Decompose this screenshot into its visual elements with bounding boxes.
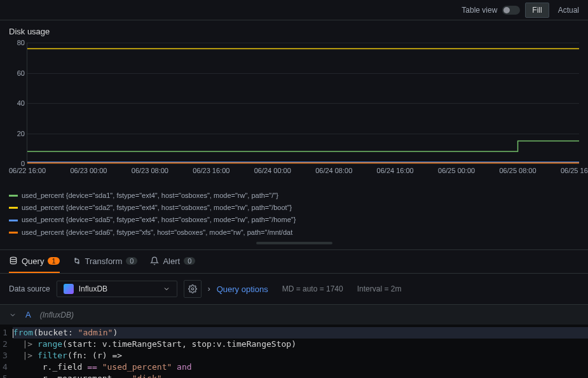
query-letter: A [25, 310, 31, 319]
x-tick: 06/25 16:00 [561, 167, 588, 174]
query-options-chevron[interactable]: › [208, 284, 210, 293]
svg-point-1 [191, 288, 194, 290]
datasource-row: Data source InfluxDB › Query options MD … [0, 274, 588, 305]
legend-item[interactable]: used_percent {device="sda1", fstype="ext… [9, 190, 278, 202]
editor-gutter: 123456 [0, 325, 13, 378]
tab-query[interactable]: Query 1 [9, 250, 60, 273]
x-tick: 06/25 08:00 [499, 167, 536, 174]
x-tick: 06/23 16:00 [193, 167, 229, 174]
transform-icon [72, 256, 81, 265]
datasource-select[interactable]: InfluxDB [57, 281, 177, 297]
tab-transform[interactable]: Transform 0 [72, 250, 138, 273]
legend-item[interactable]: used_percent {device="sda5", fstype="ext… [9, 214, 296, 226]
datasource-label: Data source [9, 284, 50, 293]
tab-alert-label: Alert [163, 256, 180, 266]
fill-button[interactable]: Fill [525, 3, 549, 18]
database-icon [9, 256, 18, 265]
y-tick: 60 [10, 69, 25, 77]
chart-plot[interactable]: 02040608006/22 16:0006/23 00:0006/23 08:… [27, 43, 579, 164]
x-tick: 06/22 16:00 [9, 167, 46, 174]
table-view-toggle[interactable] [502, 6, 520, 15]
svg-point-0 [10, 257, 16, 260]
line-number: 4 [3, 361, 8, 373]
query-options-link[interactable]: Query options [217, 284, 268, 294]
panel-topbar: Table view Fill Actual [0, 0, 588, 20]
legend-label: used_percent {device="sda1", fstype="ext… [22, 190, 278, 202]
query-options-interval: Interval = 2m [357, 284, 402, 293]
query-row-header[interactable]: A (InfluxDB) [0, 305, 588, 325]
editor-code[interactable]: from(bucket: "admin") |> range(start: v.… [13, 325, 588, 378]
chevron-down-icon [163, 285, 170, 293]
actual-button[interactable]: Actual [554, 3, 583, 17]
legend-item[interactable]: used_percent {device="sda2", fstype="ext… [9, 202, 292, 214]
legend-swatch-icon [9, 207, 18, 209]
x-tick: 06/23 00:00 [70, 167, 107, 174]
x-tick: 06/24 00:00 [254, 167, 291, 174]
x-tick: 06/23 08:00 [132, 167, 168, 174]
tab-transform-badge: 0 [126, 257, 137, 265]
y-tick: 80 [10, 39, 25, 46]
legend: used_percent {device="sda1", fstype="ext… [0, 185, 588, 249]
legend-swatch-icon [9, 195, 18, 197]
query-options-md: MD = auto = 1740 [282, 284, 343, 293]
datasource-settings-button[interactable] [184, 280, 202, 298]
influxdb-logo-icon [64, 284, 74, 294]
legend-item[interactable]: used_percent {device="sda6", fstype="xfs… [9, 227, 292, 239]
tab-alert[interactable]: Alert 0 [150, 250, 195, 273]
x-tick: 06/24 08:00 [315, 167, 352, 174]
panel-title: Disk usage [0, 20, 588, 39]
flux-editor[interactable]: 123456 from(bucket: "admin") |> range(st… [0, 325, 588, 378]
gear-icon [188, 284, 197, 293]
gridline [27, 164, 579, 164]
datasource-selected: InfluxDB [79, 284, 107, 293]
x-tick: 06/24 16:00 [377, 167, 414, 174]
tab-query-label: Query [22, 256, 44, 266]
editor-tabs: Query 1 Transform 0 Alert 0 [0, 249, 588, 274]
line-number: 2 [3, 339, 8, 350]
y-tick: 20 [10, 130, 25, 137]
chevron-down-icon[interactable] [9, 311, 17, 319]
y-tick: 40 [10, 99, 25, 107]
tab-transform-label: Transform [85, 256, 123, 266]
legend-label: used_percent {device="sda6", fstype="xfs… [22, 227, 292, 239]
table-view-label: Table view [462, 6, 497, 15]
line-number: 5 [3, 373, 8, 378]
chart-area: 02040608006/22 16:0006/23 00:0006/23 08:… [0, 39, 588, 185]
legend-swatch-icon [9, 232, 18, 234]
tab-alert-badge: 0 [184, 257, 195, 265]
x-tick: 06/25 00:00 [438, 167, 475, 174]
legend-scrollbar[interactable] [256, 242, 332, 244]
line-number: 3 [3, 350, 8, 361]
legend-label: used_percent {device="sda5", fstype="ext… [22, 214, 296, 226]
tab-query-badge: 1 [48, 257, 59, 265]
legend-swatch-icon [9, 220, 18, 221]
legend-label: used_percent {device="sda2", fstype="ext… [22, 202, 292, 214]
bell-icon [150, 256, 159, 265]
query-datasource-hint: (InfluxDB) [40, 311, 74, 319]
series-line[interactable] [27, 141, 579, 151]
line-number: 1 [3, 327, 8, 339]
